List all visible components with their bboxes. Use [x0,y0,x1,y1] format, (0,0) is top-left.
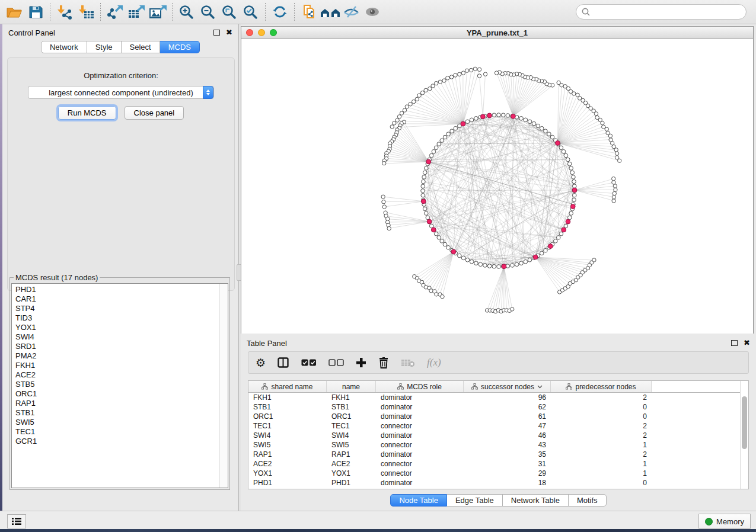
column-header-MCDS-role[interactable]: MCDS role [376,381,464,392]
mcds-result-list[interactable]: PHD1CAR1STP4TID3YOX1SWI4SRD1PMA2FKH1ACE2… [11,283,228,488]
mcds-result-item[interactable]: ACE2 [15,370,228,380]
mcds-result-item[interactable]: CAR1 [15,294,228,304]
zoom-fit-button[interactable] [219,3,240,21]
tab-network[interactable]: Network [41,41,87,53]
show-columns-button[interactable] [277,357,289,368]
table-row[interactable]: YOX1YOX1connector291 [248,469,748,478]
mcds-result-item[interactable]: GCR1 [15,437,228,446]
first-neighbors-button[interactable] [320,3,341,21]
mcds-result-item[interactable]: SWI5 [15,418,228,427]
tab-motifs[interactable]: Motifs [569,494,607,507]
cell-shared-name: STB1 [248,402,327,412]
table-row[interactable]: PHD1PHD1dominator180 [248,478,748,488]
refresh-button[interactable] [269,3,291,21]
deselect-all-icon [328,359,344,367]
minimize-window-icon[interactable] [258,29,265,36]
column-header-name[interactable]: name [327,381,376,392]
mcds-result-item[interactable]: SWI4 [15,332,228,342]
mcds-result-item[interactable]: TEC1 [15,427,228,437]
column-header-predecessor-nodes[interactable]: predecessor nodes [551,381,652,392]
close-panel-button[interactable]: Close panel [125,106,184,120]
mcds-result-item[interactable]: FKH1 [15,361,228,370]
column-header-shared-name[interactable]: shared name [248,381,327,392]
tab-edge-table[interactable]: Edge Table [447,494,503,507]
search-input[interactable] [591,5,746,18]
zoom-fit-icon [221,4,238,20]
mcds-result-item[interactable]: PHD1 [15,285,228,294]
export-table-button[interactable] [126,3,147,21]
export-network-button[interactable] [104,3,126,21]
delete-column-button[interactable] [378,357,389,368]
close-panel-icon[interactable]: ✖ [744,340,750,346]
zoom-out-button[interactable] [197,3,219,21]
open-file-icon [6,5,23,19]
memory-button[interactable]: Memory [698,514,751,529]
select-all-button[interactable] [301,359,317,367]
maximize-window-icon[interactable] [270,29,277,36]
hide-selected-button[interactable] [341,3,362,21]
tab-network-table[interactable]: Network Table [503,494,569,507]
cell-MCDS-role: dominator [376,412,464,421]
mcds-result-item[interactable]: PMA2 [15,351,228,361]
cell-name: ACE2 [327,459,376,469]
cell-name: SWI4 [327,431,376,440]
settings-gear-button[interactable]: ⚙ [256,357,266,368]
refresh-icon [272,4,288,20]
cell-shared-name: SWI4 [248,431,327,440]
open-file-button[interactable] [4,3,25,21]
network-graph [241,39,753,334]
table-row[interactable]: FKH1FKH1dominator962 [248,393,748,402]
import-table-button[interactable] [75,3,97,21]
search-box[interactable] [576,4,747,20]
float-panel-icon[interactable] [213,30,220,36]
column-header-successor-nodes[interactable]: successor nodes [464,381,551,392]
mcds-result-item[interactable]: SRD1 [15,342,228,351]
run-mcds-button[interactable]: Run MCDS [58,106,116,120]
mcds-result-item[interactable]: TID3 [15,313,228,323]
table-scrollbar[interactable] [740,381,748,489]
float-panel-icon[interactable] [731,340,738,346]
mcds-result-item[interactable]: YOX1 [15,323,228,332]
table-row[interactable]: ORC1ORC1dominator610 [248,412,748,421]
mcds-result-item[interactable]: STB5 [15,380,228,389]
table-row[interactable]: TEC1TEC1connector472 [248,421,748,431]
table-row[interactable]: RAP1RAP1dominator352 [248,450,748,459]
close-panel-icon[interactable]: ✖ [226,30,232,36]
tab-node-table[interactable]: Node Table [390,494,447,507]
import-network-icon [56,4,74,20]
attribute-type-icon [261,383,268,390]
cell-name: ORC1 [327,412,376,421]
table-row[interactable]: SWI5SWI5connector431 [248,440,748,450]
copy-style-button[interactable] [298,3,320,21]
network-canvas[interactable] [241,39,753,334]
mcds-list-scrollbar[interactable] [219,284,228,488]
task-history-button[interactable] [7,514,26,528]
show-all-button[interactable] [362,3,384,21]
table-row[interactable]: ACE2ACE2connector311 [248,459,748,469]
mcds-result-item[interactable]: RAP1 [15,399,228,408]
table-row[interactable]: SWI4SWI4dominator462 [248,431,748,440]
network-titlebar[interactable]: YPA_prune.txt_1 [241,27,753,39]
save-button[interactable] [25,3,46,21]
add-column-icon [356,357,366,368]
table-panel-title: Table Panel [247,339,287,348]
close-window-icon[interactable] [246,29,253,36]
table-panel-header: Table Panel ✖ [241,335,756,351]
import-network-button[interactable] [54,3,75,21]
deselect-all-button[interactable] [328,359,344,367]
mcds-result-item[interactable]: STP4 [15,304,228,313]
tab-select[interactable]: Select [122,41,160,53]
zoom-selected-button[interactable] [240,3,261,21]
cell-successor-nodes: 29 [464,469,551,478]
select-all-icon [301,359,317,367]
mcds-result-item[interactable]: ORC1 [15,389,228,399]
table-row[interactable]: STB1STB1dominator620 [248,402,748,412]
mcds-result-item[interactable]: STB1 [15,408,228,418]
add-column-button[interactable] [356,357,366,368]
optimization-criterion-select[interactable]: largest connected component (undirected) [28,86,214,99]
table-scrollbar-thumb[interactable] [742,396,747,449]
export-image-button[interactable] [147,3,168,21]
tab-style[interactable]: Style [87,41,122,53]
tab-mcds[interactable]: MCDS [160,41,200,53]
zoom-in-button[interactable] [176,3,197,21]
